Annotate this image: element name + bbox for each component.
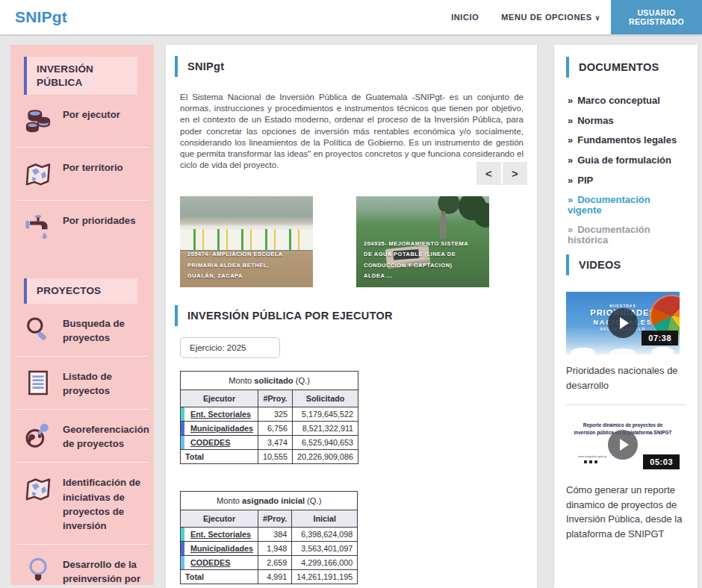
videos-section: VIDEOS NUESTRAS PRIORIDADES NACIONALES D… bbox=[566, 254, 686, 541]
project-carousel: 205474- AMPLIACION ESCUELA PRIMARIA ALDE… bbox=[180, 196, 489, 287]
globe-search-icon bbox=[22, 421, 54, 451]
sidebar-item-georeferenciacion-de-proyectos[interactable]: Georeferenciación de proyectos bbox=[10, 410, 154, 462]
carousel-next-button[interactable]: > bbox=[503, 162, 527, 185]
video-thumbnail-url: www.segeplan.gob.gt bbox=[566, 454, 618, 458]
usuario-registrado-button[interactable]: USUARIO REGISTRADO bbox=[611, 0, 702, 34]
main-content: SNIPgt El Sistema Nacional de Inversión … bbox=[166, 45, 537, 588]
sidebar-item-label: Por territorio bbox=[63, 159, 123, 175]
sidebar-item-por-territorio[interactable]: Por territorio bbox=[10, 148, 154, 200]
title-accent-bar bbox=[566, 254, 569, 275]
color-swatch bbox=[181, 528, 184, 541]
carousel-slide-agua-potable[interactable]: 204935- MEJORAMIENTO SISTEMA DE AGUA POT… bbox=[356, 196, 489, 287]
ejercicio-select[interactable]: Ejercicio: 2025 bbox=[180, 337, 280, 358]
sidebar-item-label: Georeferenciación de proyectos bbox=[63, 421, 149, 451]
title-accent-bar bbox=[175, 305, 178, 326]
person-photo bbox=[440, 216, 447, 238]
ejecutor-link[interactable]: CODEDES bbox=[190, 438, 230, 447]
table-title: Monto asignado inicial (Q.) bbox=[181, 492, 358, 510]
table-monto-asignado-inicial: Monto asignado inicial (Q.) Ejecutor #Pr… bbox=[180, 491, 358, 584]
play-icon[interactable] bbox=[608, 430, 638, 460]
video-thumbnail-prioridades[interactable]: NUESTRAS PRIORIDADES NACIONALES DEL DESA… bbox=[566, 292, 680, 354]
document-list-icon bbox=[22, 368, 54, 398]
left-sidebar: INVERSIÓN PÚBLICA Por ejecutor bbox=[10, 45, 154, 585]
table-row: CODEDES 2,659 4,299,166,000 bbox=[181, 556, 358, 570]
table-row: Ent. Sectoriales 384 6,398,624,098 bbox=[181, 528, 358, 542]
duration-badge: 07:38 bbox=[642, 331, 678, 345]
sidebar-item-label: Por prioridades bbox=[63, 212, 135, 228]
video-thumbnail-reporte-dinamico[interactable]: Reporte dinámico de proyectos de inversi… bbox=[566, 416, 680, 474]
table-total-row: Total 4,991 14,261,191,195 bbox=[181, 570, 358, 584]
double-chevron-icon: » bbox=[568, 134, 573, 146]
section-title-videos: VIDEOS bbox=[566, 254, 686, 275]
sidebar-item-label: Desarrollo de la preinversión por temáti… bbox=[63, 556, 146, 588]
table-row: Ent. Sectoriales 325 5,179,645,522 bbox=[181, 407, 358, 422]
doc-link-normas[interactable]: »Normas bbox=[568, 116, 686, 126]
section-title-documentos: DOCUMENTOS bbox=[566, 57, 686, 78]
coins-icon bbox=[22, 106, 54, 136]
doc-link-pip[interactable]: »PIP bbox=[568, 175, 686, 186]
sidebar-item-label: Busqueda de proyectos bbox=[63, 315, 146, 345]
nav-inicio[interactable]: INICIO bbox=[451, 13, 479, 22]
top-nav: INICIO MENU DE OPCIONES∨ bbox=[451, 0, 600, 34]
right-sidebar: DOCUMENTOS »Marco conceptual »Normas »Fu… bbox=[554, 45, 698, 588]
title-accent-bar bbox=[175, 56, 178, 77]
sidebar-item-listado-de-proyectos[interactable]: Listado de proyectos bbox=[10, 357, 154, 409]
table-total-row: Total 10,555 20,226,909,086 bbox=[181, 450, 358, 464]
lightbulb-icon bbox=[22, 556, 54, 586]
sidebar-heading-inversion-publica: INVERSIÓN PÚBLICA bbox=[24, 57, 137, 95]
ejecutor-link[interactable]: Municipalidades bbox=[190, 544, 253, 553]
magnifier-icon bbox=[22, 315, 54, 345]
title-accent-bar bbox=[566, 57, 569, 78]
sidebar-item-label: Identificación de iniciativas de proyect… bbox=[63, 474, 146, 533]
video-caption: Cómo generar un reporte dinamico de proy… bbox=[566, 483, 686, 541]
social-icons bbox=[584, 460, 597, 463]
slide-caption: 204935- MEJORAMIENTO SISTEMA DE AGUA POT… bbox=[364, 239, 470, 283]
doc-link-fundamentos-legales[interactable]: »Fundamentos legales bbox=[568, 135, 686, 146]
doc-link-documentacion-historica[interactable]: »Documentación histórica bbox=[568, 225, 686, 245]
sidebar-item-desarrollo-de-la-preinversion[interactable]: Desarrollo de la preinversión por temáti… bbox=[10, 545, 154, 588]
sidebar-item-busqueda-de-proyectos[interactable]: Busqueda de proyectos bbox=[10, 304, 154, 356]
table-header-row: Ejecutor #Proy. Inicial bbox=[181, 510, 358, 528]
table-monto-solicitado: Monto solicitado (Q.) Ejecutor #Proy. So… bbox=[180, 371, 358, 464]
ejecutor-link[interactable]: Ent. Sectoriales bbox=[190, 530, 251, 539]
doc-link-guia-de-formulacion[interactable]: »Guia de formulación bbox=[568, 155, 686, 166]
map-icon bbox=[22, 159, 54, 189]
color-swatch bbox=[181, 436, 184, 449]
table-header-row: Ejecutor #Proy. Solicitado bbox=[181, 390, 358, 407]
table-row: Municipalidades 6,756 8,521,322,911 bbox=[181, 422, 358, 436]
documentos-list: »Marco conceptual »Normas »Fundamentos l… bbox=[568, 96, 686, 245]
carousel-prev-button[interactable]: < bbox=[476, 162, 501, 185]
double-chevron-icon: » bbox=[568, 95, 573, 106]
section-title-inversion-publica-por-ejecutor: INVERSIÓN PÚBLICA POR EJECUTOR bbox=[175, 305, 393, 326]
map-icon bbox=[22, 474, 54, 504]
carousel-slide-escuela[interactable]: 205474- AMPLIACION ESCUELA PRIMARIA ALDE… bbox=[180, 196, 313, 287]
double-chevron-icon: » bbox=[568, 115, 573, 126]
table-title: Monto solicitado (Q.) bbox=[181, 372, 358, 390]
duration-badge: 05:03 bbox=[643, 454, 680, 469]
nav-menu-de-opciones[interactable]: MENU DE OPCIONES∨ bbox=[501, 13, 600, 22]
ejecutor-link[interactable]: Municipalidades bbox=[190, 424, 253, 433]
sidebar-item-por-prioridades[interactable]: Por prioridades bbox=[10, 201, 154, 253]
color-swatch bbox=[181, 422, 184, 435]
ejecutor-link[interactable]: CODEDES bbox=[190, 558, 230, 567]
doc-link-documentacion-vigente[interactable]: »Documentación vigente bbox=[568, 195, 686, 215]
intro-paragraph: El Sistema Nacional de Inversión Pública… bbox=[180, 92, 524, 171]
play-icon[interactable] bbox=[608, 308, 638, 338]
color-swatch bbox=[181, 542, 184, 555]
chevron-down-icon: ∨ bbox=[595, 14, 600, 22]
field-photo bbox=[422, 196, 489, 231]
faucet-icon bbox=[22, 212, 54, 242]
school-photo bbox=[180, 226, 313, 251]
color-swatch bbox=[181, 407, 184, 421]
carousel-controls: < > bbox=[476, 162, 527, 185]
doc-link-marco-conceptual[interactable]: »Marco conceptual bbox=[568, 96, 686, 106]
double-chevron-icon: » bbox=[568, 175, 573, 186]
site-logo[interactable]: SNIPgt bbox=[15, 0, 67, 34]
top-header: SNIPgt INICIO MENU DE OPCIONES∨ USUARIO … bbox=[0, 0, 702, 34]
sidebar-item-identificacion-de-iniciativas[interactable]: Identificación de iniciativas de proyect… bbox=[10, 463, 154, 544]
table-row: CODEDES 3,474 6,525,940,653 bbox=[181, 436, 358, 450]
sidebar-item-por-ejecutor[interactable]: Por ejecutor bbox=[10, 95, 154, 147]
ejecutor-link[interactable]: Ent. Sectoriales bbox=[190, 410, 251, 419]
sidebar-item-label: Por ejecutor bbox=[63, 106, 120, 122]
color-swatch bbox=[181, 556, 184, 569]
